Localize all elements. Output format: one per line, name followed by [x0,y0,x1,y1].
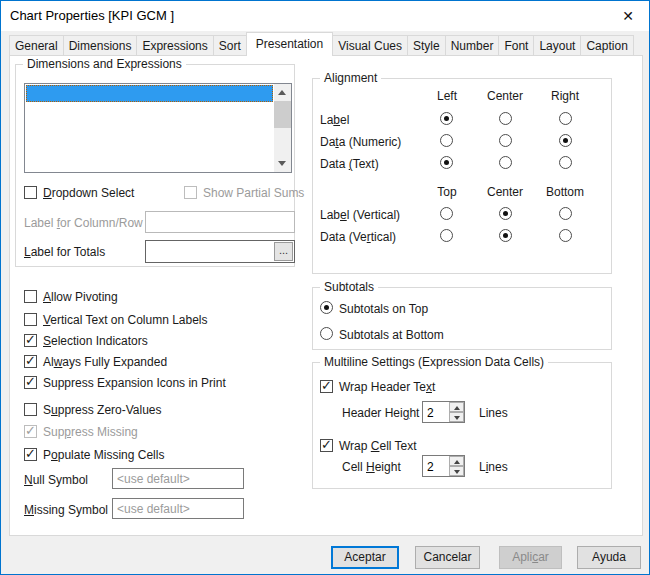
always-fully-expanded-label: Always Fully Expanded [43,355,167,369]
suppress-missing-checkbox [24,425,37,438]
spin-down-icon[interactable] [449,412,464,422]
null-symbol-input[interactable] [112,468,244,489]
group-title: Dimensions and Expressions [23,57,186,71]
suppress-zero-values-checkbox[interactable] [24,403,37,416]
spin-down-icon[interactable] [449,466,464,476]
header-height-label: Header Height [342,406,419,420]
show-partial-sums-label: Show Partial Sums [203,186,304,200]
populate-missing-cells-label: Populate Missing Cells [43,448,164,462]
col-header-right: Right [535,89,595,103]
ayuda-button[interactable]: Ayuda [577,546,641,569]
close-icon[interactable]: ✕ [618,6,638,26]
header-height-input[interactable] [423,402,448,422]
allow-pivoting-checkbox[interactable] [24,290,37,303]
tab-number[interactable]: Number [445,35,500,56]
col-header-top: Top [417,185,477,199]
dropdown-select-label: Dropdown Select [43,186,134,200]
dimensions-expressions-list[interactable] [24,83,292,173]
tab-font[interactable]: Font [498,35,534,56]
vertical-text-checkbox[interactable] [24,313,37,326]
subtotals-at-bottom-radio[interactable] [320,327,333,340]
wrap-cell-text-checkbox[interactable] [320,439,333,452]
window-title: Chart Properties [KPI GCM ] [10,8,174,23]
null-symbol-label: Null Symbol [24,473,88,487]
group-title: Alignment [320,71,381,85]
list-scrollbar[interactable] [274,84,291,172]
tab-presentation[interactable]: Presentation [246,32,333,56]
selection-indicators-label: Selection Indicators [43,334,148,348]
suppress-expansion-icons-label: Suppress Expansion Icons in Print [43,376,226,390]
label-right-radio[interactable] [559,112,572,125]
data-vertical-center-radio[interactable] [499,229,512,242]
suppress-zero-values-label: Suppress Zero-Values [43,403,162,417]
tab-expressions[interactable]: Expressions [136,35,213,56]
data-text-left-radio[interactable] [440,156,453,169]
browse-ellipsis-button[interactable]: ... [274,242,293,261]
tab-layout[interactable]: Layout [533,35,581,56]
spin-up-icon[interactable] [449,402,464,412]
cell-height-label: Cell Height [342,460,401,474]
presentation-tab-page: Dimensions and Expressions Dropdown Sele… [9,55,643,536]
tab-dimensions[interactable]: Dimensions [63,35,138,56]
subtotals-on-top-label: Subtotals on Top [339,302,428,316]
label-vertical-bottom-radio[interactable] [559,207,572,220]
spinner-buttons [449,456,464,476]
tab-sort[interactable]: Sort [213,35,247,56]
align-data-text-label: Data (Text) [320,157,379,171]
label-left-radio[interactable] [440,112,453,125]
tab-strip: General Dimensions Expressions Sort Pres… [9,32,641,56]
data-vertical-top-radio[interactable] [440,229,453,242]
scrollbar-thumb[interactable] [274,101,291,128]
align-label-row-label: Label [320,113,349,127]
dropdown-select-checkbox[interactable] [24,186,37,199]
data-vertical-bottom-radio[interactable] [559,229,572,242]
data-numeric-right-radio[interactable] [559,134,572,147]
suppress-expansion-icons-checkbox[interactable] [24,376,37,389]
data-text-right-radio[interactable] [559,156,572,169]
scroll-down-icon[interactable] [274,155,291,172]
align-data-vertical-label: Data (Vertical) [320,230,396,244]
data-numeric-left-radio[interactable] [440,134,453,147]
subtotals-on-top-radio[interactable] [320,301,333,314]
wrap-header-text-checkbox[interactable] [320,380,333,393]
col-header-left: Left [417,89,477,103]
label-center-radio[interactable] [499,112,512,125]
tab-general[interactable]: General [9,35,64,56]
col-header-center: Center [475,89,535,103]
tab-caption[interactable]: Caption [580,35,633,56]
wrap-header-text-label: Wrap Header Text [339,380,435,394]
label-for-column-row-label: Label for Column/Row [24,216,143,230]
data-text-center-radio[interactable] [499,156,512,169]
align-label-vertical-label: Label (Vertical) [320,208,400,222]
header-height-spinner [422,401,465,423]
missing-symbol-label: Missing Symbol [24,503,108,517]
missing-symbol-input[interactable] [112,498,244,519]
alignment-group: Alignment [312,78,612,274]
cancelar-button[interactable]: Cancelar [415,546,480,569]
vertical-text-label: Vertical Text on Column Labels [43,313,208,327]
label-for-totals-field: ... [145,240,295,263]
wrap-cell-text-label: Wrap Cell Text [339,439,417,453]
chart-properties-dialog: Chart Properties [KPI GCM ] ✕ General Di… [0,0,650,575]
label-for-totals-input[interactable] [145,240,295,263]
selection-indicators-checkbox[interactable] [24,334,37,347]
tab-visual-cues[interactable]: Visual Cues [332,35,408,56]
label-vertical-top-radio[interactable] [440,207,453,220]
tab-style[interactable]: Style [407,35,446,56]
always-fully-expanded-checkbox[interactable] [24,355,37,368]
spin-up-icon[interactable] [449,456,464,466]
data-numeric-center-radio[interactable] [499,134,512,147]
label-for-totals-label: Label for Totals [24,245,105,259]
label-vertical-center-radio[interactable] [499,207,512,220]
scroll-up-icon[interactable] [274,84,291,101]
suppress-missing-label: Suppress Missing [43,425,138,439]
aceptar-button[interactable]: Aceptar [331,546,399,569]
cell-height-spinner [422,455,465,477]
col-header-bottom: Bottom [535,185,595,199]
cell-height-input[interactable] [423,456,448,476]
allow-pivoting-label: Allow Pivoting [43,290,118,304]
header-lines-label: Lines [479,406,508,420]
list-item-selected[interactable] [26,85,273,102]
populate-missing-cells-checkbox[interactable] [24,448,37,461]
cell-lines-label: Lines [479,460,508,474]
